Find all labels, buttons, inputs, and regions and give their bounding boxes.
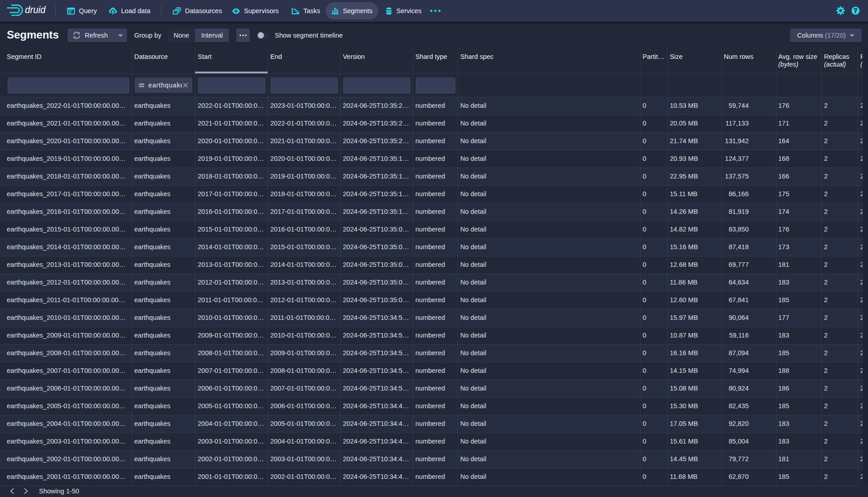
svg-text:?: ? <box>853 7 857 14</box>
